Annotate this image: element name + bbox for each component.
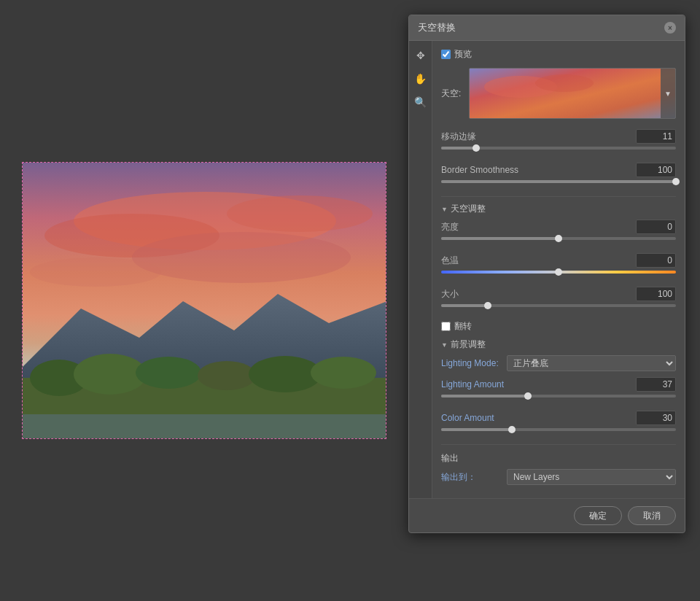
flip-label: 翻转 bbox=[454, 320, 472, 333]
move-tool-button[interactable]: ✥ bbox=[412, 47, 429, 64]
color-temp-slider-thumb[interactable] bbox=[555, 268, 562, 276]
color-amount-slider-fill bbox=[441, 428, 512, 431]
color-amount-slider-thumb[interactable] bbox=[508, 426, 516, 433]
brightness-label: 亮度 bbox=[441, 221, 636, 233]
cancel-button[interactable]: 取消 bbox=[628, 506, 676, 525]
border-smoothness-input[interactable] bbox=[636, 163, 676, 177]
move-edge-label: 移动边缘 bbox=[441, 131, 636, 143]
color-amount-slider-row bbox=[441, 428, 676, 437]
lighting-amount-input[interactable] bbox=[636, 377, 676, 392]
hand-tool-button[interactable]: ✋ bbox=[412, 70, 429, 88]
dialog-body: ✥ ✋ 🔍 预览 天空: bbox=[409, 41, 685, 498]
sky-replacement-dialog: 天空替换 × ✥ ✋ 🔍 预览 天空: bbox=[408, 15, 685, 533]
flip-checkbox[interactable] bbox=[441, 322, 451, 331]
border-smoothness-slider-thumb[interactable] bbox=[672, 178, 680, 185]
canvas-image-wrapper bbox=[22, 162, 386, 439]
move-edge-slider-track bbox=[441, 147, 676, 150]
color-amount-row: Color Amount bbox=[441, 411, 676, 425]
svg-point-4 bbox=[132, 232, 351, 283]
svg-point-10 bbox=[136, 357, 201, 389]
brightness-slider-row bbox=[441, 237, 676, 246]
color-temp-slider-track bbox=[441, 271, 676, 274]
size-slider-track bbox=[441, 304, 676, 307]
brightness-slider-thumb[interactable] bbox=[555, 235, 562, 242]
preview-checkbox[interactable] bbox=[441, 50, 451, 59]
move-edge-input[interactable] bbox=[636, 129, 676, 144]
svg-point-17 bbox=[535, 74, 594, 92]
confirm-button[interactable]: 确定 bbox=[574, 506, 622, 525]
border-smoothness-slider-track bbox=[441, 180, 676, 183]
lighting-amount-label: Lighting Amount bbox=[441, 379, 636, 389]
brightness-slider-fill bbox=[441, 237, 559, 240]
tool-bar: ✥ ✋ 🔍 bbox=[409, 41, 432, 498]
lighting-amount-slider-fill bbox=[441, 395, 528, 398]
svg-point-3 bbox=[227, 195, 373, 232]
color-amount-input[interactable] bbox=[636, 411, 676, 425]
move-edge-slider-thumb[interactable] bbox=[472, 144, 480, 152]
color-temp-input[interactable] bbox=[636, 253, 676, 268]
lighting-mode-label: Lighting Mode: bbox=[441, 358, 507, 368]
size-input[interactable] bbox=[636, 287, 676, 301]
border-smoothness-row: Border Smoothness bbox=[441, 163, 676, 177]
foreground-adjustment-header[interactable]: ▼ 前景调整 bbox=[441, 338, 676, 351]
dialog-main-content: 预览 天空: bbox=[432, 41, 685, 498]
lighting-amount-slider-track bbox=[441, 395, 676, 398]
zoom-tool-button[interactable]: 🔍 bbox=[412, 93, 429, 111]
border-smoothness-slider-row bbox=[441, 180, 676, 189]
svg-point-5 bbox=[30, 257, 161, 287]
dialog-title: 天空替换 bbox=[418, 21, 456, 34]
output-to-select[interactable]: New Layers Duplicate Layers Current Docu… bbox=[507, 469, 676, 485]
lighting-amount-slider-row bbox=[441, 395, 676, 403]
lighting-mode-select[interactable]: 正片叠底 滤色 叠加 柔光 bbox=[507, 355, 676, 371]
size-slider-row bbox=[441, 304, 676, 313]
sky-thumbnail[interactable]: ▼ bbox=[469, 68, 676, 119]
flip-row: 翻转 bbox=[441, 320, 676, 333]
move-edge-slider-fill bbox=[441, 147, 476, 150]
move-edge-slider-row bbox=[441, 147, 676, 155]
divider-1 bbox=[441, 196, 676, 197]
lighting-amount-row: Lighting Amount bbox=[441, 377, 676, 392]
svg-point-13 bbox=[311, 357, 376, 389]
color-amount-label: Color Amount bbox=[441, 413, 636, 423]
size-row: 大小 bbox=[441, 287, 676, 301]
sky-label: 天空: bbox=[441, 88, 463, 100]
dialog-titlebar: 天空替换 × bbox=[409, 15, 685, 41]
brightness-row: 亮度 bbox=[441, 220, 676, 234]
output-section-label: 输出 bbox=[441, 452, 676, 465]
move-edge-row: 移动边缘 bbox=[441, 129, 676, 144]
close-button[interactable]: × bbox=[664, 22, 676, 34]
svg-rect-14 bbox=[23, 414, 386, 439]
border-smoothness-label: Border Smoothness bbox=[441, 165, 636, 175]
brightness-input[interactable] bbox=[636, 220, 676, 234]
preview-checkbox-label[interactable]: 预览 bbox=[441, 48, 472, 61]
size-slider-thumb[interactable] bbox=[484, 302, 491, 309]
color-temp-label: 色温 bbox=[441, 255, 636, 267]
size-slider-fill bbox=[441, 304, 488, 307]
sky-dropdown-button[interactable]: ▼ bbox=[661, 69, 675, 118]
sky-adjustment-label: 天空调整 bbox=[451, 203, 486, 215]
sky-adjustment-header[interactable]: ▼ 天空调整 bbox=[441, 203, 676, 215]
color-temp-slider-row bbox=[441, 271, 676, 279]
color-amount-slider-track bbox=[441, 428, 676, 431]
canvas-area bbox=[0, 0, 408, 601]
canvas-image bbox=[23, 163, 386, 439]
size-label: 大小 bbox=[441, 288, 636, 300]
output-to-row: 输出到： New Layers Duplicate Layers Current… bbox=[441, 469, 676, 485]
brightness-slider-track bbox=[441, 237, 676, 240]
divider-2 bbox=[441, 444, 676, 445]
svg-point-11 bbox=[198, 361, 256, 390]
output-section: 输出 输出到： New Layers Duplicate Layers Curr… bbox=[441, 452, 676, 485]
output-to-label: 输出到： bbox=[441, 471, 507, 484]
sky-section: 天空: bbox=[441, 68, 676, 119]
preview-label: 预览 bbox=[454, 48, 472, 61]
lighting-amount-slider-thumb[interactable] bbox=[524, 392, 532, 400]
dialog-footer: 确定 取消 bbox=[409, 498, 685, 532]
svg-point-9 bbox=[74, 354, 147, 395]
svg-point-12 bbox=[249, 356, 322, 392]
border-smoothness-slider-fill bbox=[441, 180, 676, 183]
preview-row: 预览 bbox=[441, 48, 676, 61]
lighting-mode-row: Lighting Mode: 正片叠底 滤色 叠加 柔光 bbox=[441, 355, 676, 371]
foreground-adjustment-label: 前景调整 bbox=[451, 338, 486, 351]
color-temp-row: 色温 bbox=[441, 253, 676, 268]
